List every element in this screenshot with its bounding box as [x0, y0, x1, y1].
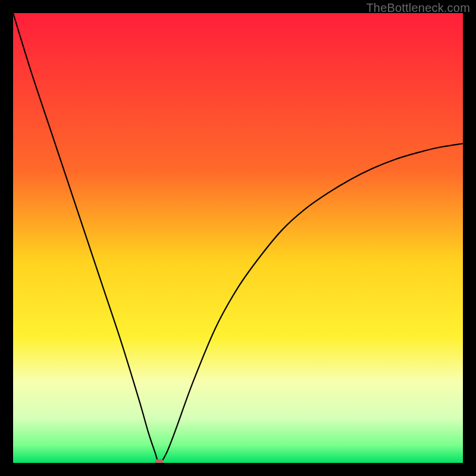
- optimal-marker: [155, 459, 164, 463]
- watermark-label: TheBottleneck.com: [366, 1, 470, 15]
- chart-background: [13, 13, 463, 463]
- chart-frame: TheBottleneck.com: [0, 0, 476, 476]
- bottleneck-chart: [13, 13, 463, 463]
